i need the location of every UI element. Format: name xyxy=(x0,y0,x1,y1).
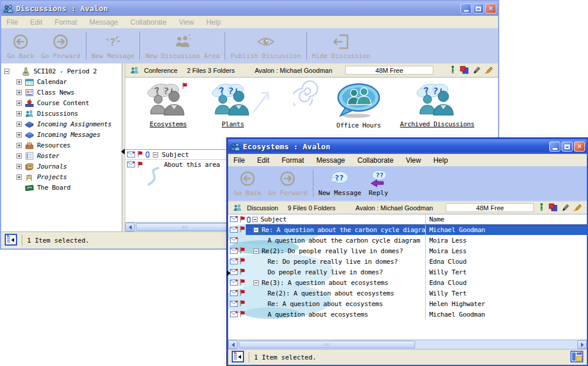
message-row[interactable]: A question about ecosystemsMichael Goodm… xyxy=(228,309,587,320)
tree-item-resources[interactable]: Resources xyxy=(1,140,122,150)
toolbar-new-message[interactable]: ?New Message xyxy=(88,29,138,62)
pencil-icon[interactable] xyxy=(562,203,569,213)
toggle-panel-icon[interactable] xyxy=(232,351,244,364)
tree-item-class-news[interactable]: Class News xyxy=(1,87,122,98)
flag-icon xyxy=(239,247,245,255)
menu-item-message[interactable]: Message xyxy=(89,18,118,26)
toolbar-hide-discussion[interactable]: Hide Discussion xyxy=(309,29,374,62)
collapse-thread-box[interactable] xyxy=(253,280,259,286)
discussions-titlebar[interactable]: Discussions : Avalon ✕ xyxy=(1,1,498,16)
tree-item-course-content[interactable]: Course Content xyxy=(1,98,122,108)
tree-item-the-board[interactable]: The Board xyxy=(1,182,122,193)
collapse-thread-box[interactable] xyxy=(253,249,259,254)
signature-pencil-icon[interactable] xyxy=(573,203,582,213)
toolbar-go-back[interactable]: Go Back xyxy=(4,29,38,62)
scrollbar-thumb[interactable] xyxy=(136,223,233,231)
menu-item-message[interactable]: Message xyxy=(316,156,345,164)
menu-item-format[interactable]: Format xyxy=(55,18,77,26)
close-button[interactable]: ✕ xyxy=(574,142,585,152)
tree-item-incoming-messages[interactable]: Incoming Messages xyxy=(1,129,122,140)
tree-item-roster[interactable]: Roster xyxy=(1,150,122,161)
tree-expand-box[interactable] xyxy=(16,164,22,169)
message-row[interactable]: Do people really live in domes?Willy Ter… xyxy=(228,267,587,277)
collapse-all-box[interactable] xyxy=(153,152,158,157)
message-row[interactable]: Re: A question about the carbon cycle di… xyxy=(228,224,587,235)
message-row[interactable]: A question about the carbon cycle diagra… xyxy=(228,235,587,246)
message-row[interactable]: Re(2): Do people really live in domes?Mo… xyxy=(228,246,587,256)
pencil-icon[interactable] xyxy=(473,66,480,75)
conference-item-plants[interactable]: ? ?! Plants xyxy=(201,82,265,128)
presence-icon[interactable] xyxy=(450,65,456,75)
minimize-button[interactable] xyxy=(549,142,560,152)
toolbar-new-message[interactable]: ??New Message xyxy=(315,167,365,199)
tree-item-projects[interactable]: Projects xyxy=(1,172,122,182)
discussions-icon xyxy=(25,109,34,118)
tree-item-discussions[interactable]: Discussions xyxy=(1,108,122,119)
menu-item-file[interactable]: File xyxy=(6,18,18,26)
tree-expand-box[interactable] xyxy=(16,90,22,95)
assignments-icon xyxy=(25,120,34,129)
menu-item-view[interactable]: View xyxy=(406,156,421,164)
toolbar-go-forward[interactable]: Go Forward xyxy=(38,29,83,62)
toolbar-publish-discussion[interactable]: Publish Discussion xyxy=(227,29,304,62)
table-header[interactable]: Subject Name xyxy=(228,214,587,224)
message-row[interactable]: Re: Do people really live in domes?Edna … xyxy=(228,256,587,267)
ecosystems-window: Ecosystems : Avalon ✕ FileEditFormatMess… xyxy=(227,138,588,366)
windows-icon[interactable] xyxy=(460,66,469,75)
expand-pane-icon[interactable] xyxy=(227,270,230,276)
subject-cell: Re: A question about ecosystems xyxy=(246,298,425,309)
toolbar-reply[interactable]: ??Reply xyxy=(365,167,392,199)
toolbar-go-forward[interactable]: Go Forward xyxy=(265,167,310,199)
tree-expand-box[interactable] xyxy=(16,111,22,116)
tree-expand-box[interactable] xyxy=(16,122,22,127)
toolbar-label: Go Forward xyxy=(268,189,307,197)
tree-expand-box[interactable] xyxy=(16,143,22,148)
row-body: A question about the carbon cycle diagra… xyxy=(246,235,587,246)
menu-item-edit[interactable]: Edit xyxy=(257,156,269,164)
tree-expand-box[interactable] xyxy=(16,100,22,106)
toolbar-go-back[interactable]: Go Back xyxy=(230,167,265,199)
tree-expand-box[interactable] xyxy=(16,153,22,159)
toolbar-label: Publish Discussion xyxy=(230,52,300,60)
ecosystems-titlebar[interactable]: Ecosystems : Avalon ✕ xyxy=(228,139,587,154)
tree-expand-box[interactable] xyxy=(16,174,22,180)
signature-pencil-icon[interactable] xyxy=(485,66,493,75)
tree-item-journals[interactable]: Journals xyxy=(1,161,122,172)
tree-item-incoming-assignments[interactable]: Incoming Assignments xyxy=(1,119,122,129)
menu-item-format[interactable]: Format xyxy=(282,156,304,164)
tree-collapse-box[interactable] xyxy=(4,69,9,74)
conference-item-ecosystems[interactable]: ? ?! Ecosystems xyxy=(133,82,203,128)
close-button[interactable]: ✕ xyxy=(485,4,496,14)
message-row[interactable]: Re(3): A question about ecosystemsEdna C… xyxy=(228,277,587,288)
menu-item-edit[interactable]: Edit xyxy=(30,18,42,26)
collapse-all-box[interactable] xyxy=(252,217,258,222)
scroll-right-button[interactable] xyxy=(577,340,587,349)
tree-root-sci102-period-2[interactable]: SCI102 - Period 2 xyxy=(1,66,122,76)
view-options-icon[interactable] xyxy=(570,351,583,364)
scroll-left-button[interactable] xyxy=(228,340,238,349)
message-row[interactable]: Re(2): A question about ecosystemsWilly … xyxy=(228,288,587,298)
menu-item-help[interactable]: Help xyxy=(206,18,221,26)
windows-icon[interactable] xyxy=(549,203,557,213)
maximize-button[interactable] xyxy=(562,142,573,152)
menu-item-collaborate[interactable]: Collaborate xyxy=(358,156,393,164)
horizontal-scrollbar[interactable] xyxy=(228,340,587,349)
presence-icon[interactable] xyxy=(539,203,544,213)
collapse-thread-box[interactable] xyxy=(253,227,259,233)
collapse-pane-icon[interactable] xyxy=(121,149,125,155)
conference-item-archived-discussions[interactable]: ? ?! Archived Discussions xyxy=(389,82,486,128)
message-row[interactable]: Re: A question about ecosystemsHelen Hig… xyxy=(228,298,587,309)
tree-item-calendar[interactable]: Calendar xyxy=(1,76,122,87)
menu-item-view[interactable]: View xyxy=(179,18,194,26)
tree-expand-box[interactable] xyxy=(16,79,22,85)
menu-item-file[interactable]: File xyxy=(233,156,245,164)
menu-item-collaborate[interactable]: Collaborate xyxy=(131,18,166,26)
toggle-panel-icon[interactable] xyxy=(5,234,17,247)
scroll-left-button[interactable] xyxy=(125,223,135,231)
maximize-button[interactable] xyxy=(473,4,484,14)
scrollbar-thumb[interactable] xyxy=(239,341,415,348)
toolbar-new-discussion-area[interactable]: New Discussion Area xyxy=(142,29,223,62)
minimize-button[interactable] xyxy=(460,4,472,14)
tree-expand-box[interactable] xyxy=(16,132,22,137)
menu-item-help[interactable]: Help xyxy=(433,156,448,164)
